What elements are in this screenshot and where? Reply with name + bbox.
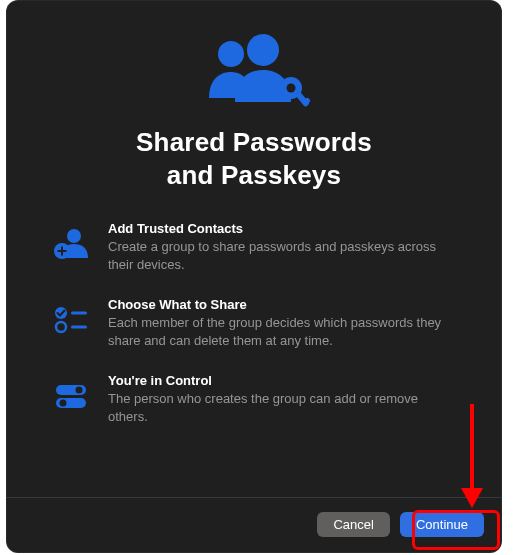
feature-title: Add Trusted Contacts <box>108 221 460 236</box>
feature-youre-in-control: You're in Control The person who creates… <box>52 373 460 425</box>
svg-point-12 <box>56 322 66 332</box>
checklist-icon <box>52 300 90 338</box>
svg-rect-13 <box>71 326 87 329</box>
svg-rect-11 <box>71 312 87 315</box>
feature-list: Add Trusted Contacts Create a group to s… <box>48 221 460 425</box>
feature-choose-what-to-share: Choose What to Share Each member of the … <box>52 297 460 349</box>
title-line-1: Shared Passwords <box>136 127 372 157</box>
feature-text: You're in Control The person who creates… <box>108 373 460 425</box>
svg-point-15 <box>76 387 83 394</box>
feature-desc: Create a group to share passwords and pa… <box>108 238 460 273</box>
feature-text: Add Trusted Contacts Create a group to s… <box>108 221 460 273</box>
svg-rect-9 <box>58 250 67 252</box>
toggles-icon <box>52 376 90 414</box>
svg-point-3 <box>287 84 296 93</box>
feature-text: Choose What to Share Each member of the … <box>108 297 460 349</box>
title-line-2: and Passkeys <box>167 160 341 190</box>
svg-point-0 <box>218 41 244 67</box>
feature-add-trusted-contacts: Add Trusted Contacts Create a group to s… <box>52 221 460 273</box>
hero-group-key-icon <box>195 28 313 112</box>
continue-button[interactable]: Continue <box>400 512 484 537</box>
feature-desc: Each member of the group decides which p… <box>108 314 460 349</box>
svg-point-6 <box>67 229 81 243</box>
cancel-button[interactable]: Cancel <box>317 512 389 537</box>
svg-point-17 <box>60 400 67 407</box>
svg-point-1 <box>247 34 279 66</box>
shared-passwords-dialog: Shared Passwords and Passkeys Add Truste… <box>6 0 502 553</box>
feature-title: You're in Control <box>108 373 460 388</box>
feature-title: Choose What to Share <box>108 297 460 312</box>
dialog-footer: Cancel Continue <box>6 497 502 553</box>
dialog-title: Shared Passwords and Passkeys <box>136 126 372 191</box>
add-contact-icon <box>52 224 90 262</box>
dialog-content: Shared Passwords and Passkeys Add Truste… <box>6 0 502 497</box>
feature-desc: The person who creates the group can add… <box>108 390 460 425</box>
